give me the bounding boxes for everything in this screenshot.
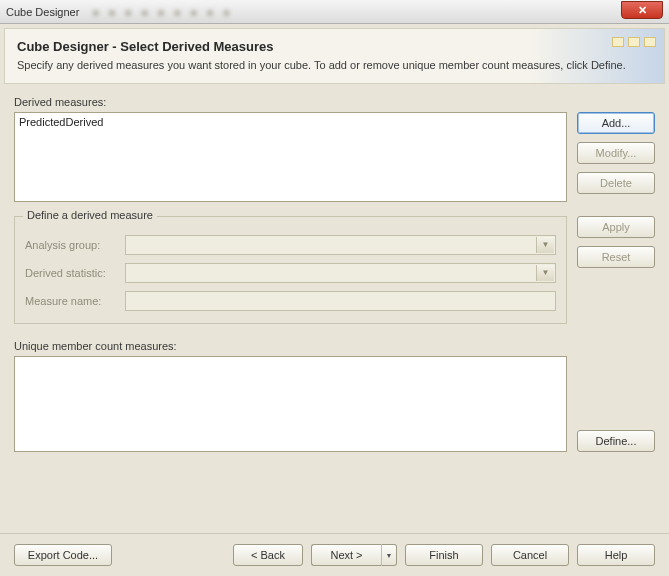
wizard-description: Specify any derived measures you want st… bbox=[17, 58, 652, 73]
next-button-group: Next > ▼ bbox=[311, 544, 397, 566]
define-measure-legend: Define a derived measure bbox=[23, 209, 157, 221]
unique-measures-listbox[interactable] bbox=[14, 356, 567, 452]
define-measure-group: Define a derived measure Analysis group:… bbox=[14, 216, 567, 324]
window-close-button[interactable]: ✕ bbox=[621, 1, 663, 19]
next-button[interactable]: Next > bbox=[311, 544, 381, 566]
close-icon: ✕ bbox=[638, 4, 647, 17]
window-title: Cube Designer bbox=[6, 6, 79, 18]
derived-measures-label: Derived measures: bbox=[14, 96, 655, 108]
modify-button[interactable]: Modify... bbox=[577, 142, 655, 164]
measure-name-label: Measure name: bbox=[25, 295, 125, 307]
measure-name-field[interactable] bbox=[125, 291, 556, 311]
cancel-button[interactable]: Cancel bbox=[491, 544, 569, 566]
content-area: Derived measures: PredictedDerived Add..… bbox=[0, 88, 669, 452]
chevron-down-icon: ▼ bbox=[536, 237, 554, 253]
next-menu-button[interactable]: ▼ bbox=[381, 544, 397, 566]
chevron-down-icon: ▼ bbox=[386, 552, 393, 559]
analysis-group-label: Analysis group: bbox=[25, 239, 125, 251]
export-code-button[interactable]: Export Code... bbox=[14, 544, 112, 566]
measure-name-input[interactable] bbox=[126, 292, 555, 310]
header-decor-squares bbox=[612, 37, 656, 47]
unique-measures-label: Unique member count measures: bbox=[14, 340, 655, 352]
derived-statistic-label: Derived statistic: bbox=[25, 267, 125, 279]
wizard-footer: Export Code... < Back Next > ▼ Finish Ca… bbox=[0, 533, 669, 576]
derived-statistic-combo[interactable]: ▼ bbox=[125, 263, 556, 283]
wizard-title: Cube Designer - Select Derived Measures bbox=[17, 39, 652, 54]
derived-measures-listbox[interactable]: PredictedDerived bbox=[14, 112, 567, 202]
back-button[interactable]: < Back bbox=[233, 544, 303, 566]
help-button[interactable]: Help bbox=[577, 544, 655, 566]
finish-button[interactable]: Finish bbox=[405, 544, 483, 566]
add-button[interactable]: Add... bbox=[577, 112, 655, 134]
delete-button[interactable]: Delete bbox=[577, 172, 655, 194]
toolbar-blurred-icons: ● ● ● ● ● ● ● ● ● bbox=[91, 4, 232, 20]
define-button[interactable]: Define... bbox=[577, 430, 655, 452]
wizard-header: Cube Designer - Select Derived Measures … bbox=[4, 28, 665, 84]
analysis-group-combo[interactable]: ▼ bbox=[125, 235, 556, 255]
titlebar: Cube Designer ● ● ● ● ● ● ● ● ● ✕ bbox=[0, 0, 669, 24]
reset-button[interactable]: Reset bbox=[577, 246, 655, 268]
list-item[interactable]: PredictedDerived bbox=[19, 115, 562, 129]
chevron-down-icon: ▼ bbox=[536, 265, 554, 281]
apply-button[interactable]: Apply bbox=[577, 216, 655, 238]
